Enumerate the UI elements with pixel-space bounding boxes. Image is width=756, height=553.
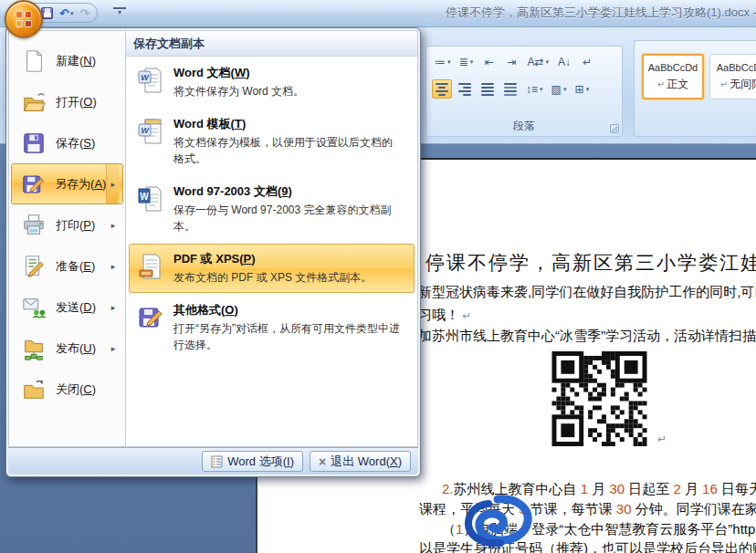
paragraph-dialog-launcher[interactable]: ◿ [610,124,619,133]
align-center-icon [436,83,448,96]
save-as-submenu: 保存文档副本 W Word 文档(W) 将文件保存为 Word 文档。 W Wo… [126,31,417,446]
document-line: 习哦！↵ [418,307,471,324]
distribute-button[interactable] [500,79,520,99]
submenu-item-word-template[interactable]: W Word 模板(T) 将文档保存为模板，以便用于设置以后文档的格式。 [129,109,415,174]
decrease-indent-button[interactable]: ⇤ [479,52,499,71]
customize-qat-button[interactable]: ▾ [113,7,126,16]
menu-item-label: 发送(D) [56,299,96,316]
submenu-header: 保存文档副本 [126,31,417,57]
exit-word-label: 退出 Word(X) [331,454,402,470]
submenu-item-other-formats[interactable]: 其他格式(O) 打开“另存为”对话框，从所有可用文件类型中进行选择。 [129,295,415,360]
submenu-arrow-icon: ▸ [108,303,119,312]
menu-item-save-as[interactable]: 另存为(A) ▸ [11,163,123,204]
menu-item-close[interactable]: 关闭(C) [11,369,123,410]
open-folder-icon [21,89,47,115]
pdf-xps-icon [137,253,164,280]
menu-item-send[interactable]: 发送(D) ▸ [11,287,123,328]
multilevel-list-button[interactable]: ≣▾ [457,52,477,71]
menu-item-prepare[interactable]: 准备(E) ▸ [11,245,123,287]
menu-item-label: 新建(N) [56,53,96,69]
style-no-spacing[interactable]: AaBbCcDd ↵无间隔 [709,54,756,99]
style-sample: AaBbCcDd [717,62,756,73]
word-template-icon: W [137,118,164,145]
other-formats-icon [137,304,164,331]
submenu-item-word-97-2003[interactable]: W Word 97-2003 文档(9) 保存一份与 Word 97-2003 … [129,176,415,242]
paragraph-group: ≔▾ ≣▾ ⇤ ⇥ A⇄▾ A↓ ↵ ↕≡▾ ▨▾ ⊞▾ 段落 ◿ [425,46,623,137]
word-options-button[interactable]: Word 选项(I) [202,451,303,472]
submenu-item-desc: 将文档保存为模板，以便用于设置以后文档的格式。 [173,135,402,167]
document-heading: 停课不停学，高新区第三小学娄江娃线上学 [425,250,756,276]
office-button[interactable] [5,0,43,38]
paragraph-mark-icon: ↵ [657,433,667,445]
menu-item-publish[interactable]: 发布(U) ▸ [11,328,123,369]
menu-item-open[interactable]: 打开(O) [11,81,123,122]
borders-icon: ⊞ [575,83,584,96]
printer-icon [21,213,47,238]
menu-item-label: 关闭(C) [56,381,96,398]
menu-item-label: 打印(P) [56,217,95,234]
menu-item-label: 保存(S) [56,135,95,151]
word-document-icon: W [137,67,164,94]
chevron-down-icon: ▾ [447,58,451,66]
style-sample: AaBbCcDd [648,62,698,73]
show-marks-button[interactable]: ↵ [577,52,597,71]
asian-layout-button[interactable]: A⇄▾ [525,52,552,71]
style-name: ↵正文 [657,77,688,92]
submenu-item-title: Word 97-2003 文档(9) [173,183,402,200]
exit-word-button[interactable]: × 退出 Word(X) [310,451,411,472]
menu-item-save[interactable]: 保存(S) [11,122,123,163]
save-icon [21,130,47,156]
submenu-item-desc: 将文件保存为 Word 文档。 [173,84,304,99]
submenu-item-word-document[interactable]: W Word 文档(W) 将文件保存为 Word 文档。 [129,57,415,107]
chevron-down-icon: ▾ [546,58,550,66]
sort-button[interactable]: A↓ [554,52,574,71]
align-center-button[interactable] [432,79,452,99]
chevron-down-icon: ▾ [563,86,567,93]
line-spacing-icon: ↕≡ [526,83,538,96]
menu-item-new[interactable]: 新建(N) [11,40,123,81]
word-options-icon [211,455,223,468]
numbered-list-button[interactable]: ≔▾ [432,52,454,71]
submenu-item-desc: 保存一份与 Word 97-2003 完全兼容的文档副本。 [173,203,402,235]
menu-item-label: 准备(E) [56,258,95,275]
send-icon [21,295,47,320]
submenu-item-title: Word 文档(W) [173,65,304,81]
publish-icon [21,336,47,361]
asian-layout-icon: A⇄ [528,56,544,68]
office-logo-icon [16,11,32,27]
align-right-button[interactable] [455,79,475,99]
shading-button[interactable]: ▨▾ [549,79,570,99]
styles-gallery: AaBbCcDd ↵正文 AaBbCcDd ↵无间隔 [634,40,756,137]
word-options-label: Word 选项(I) [227,454,294,470]
redo-button[interactable]: ↷ [79,7,89,19]
submenu-item-title: 其他格式(O) [173,302,402,318]
paragraph-mark-icon: ↵ [462,309,471,322]
save-as-icon [21,172,46,197]
document-line: 新型冠状病毒来袭,同学们在做好自我防护工作的同时,可以 [418,284,756,301]
justify-button[interactable] [478,79,498,99]
submenu-item-pdf-xps[interactable]: PDF 或 XPS(P) 发布文档的 PDF 或 XPS 文件格式副本。 [129,244,415,293]
increase-indent-button[interactable]: ⇥ [502,52,522,71]
submenu-item-desc: 发布文档的 PDF 或 XPS 文件格式副本。 [173,270,372,286]
submenu-item-title: PDF 或 XPS(P) [173,251,372,267]
redo-icon: ↷ [79,7,89,19]
line-spacing-button[interactable]: ↕≡▾ [523,79,546,99]
title-bar: 停课不停学，高新区第三小学娄江娃线上学习攻略(1).docx - Micr ↶▾… [0,0,756,27]
prepare-icon [21,254,47,279]
close-folder-icon [21,377,47,402]
menu-item-label: 发布(U) [56,340,96,357]
style-normal[interactable]: AaBbCcDd ↵正文 [642,54,704,99]
office-menu-left-column: 新建(N) 打开(O) 保存(S) 另存为(A) ▸ 打印( [9,31,126,446]
align-right-icon [458,83,471,96]
word-97-2003-icon: W [137,185,164,213]
submenu-arrow-icon: ▸ [106,164,119,203]
menu-item-print[interactable]: 打印(P) ▸ [11,204,123,245]
borders-button[interactable]: ⊞▾ [572,79,592,99]
paragraph-mark-icon: ↵ [657,79,665,89]
window-title: 停课不停学，高新区第三小学娄江娃线上学习攻略(1).docx - Micr [446,5,756,21]
undo-button[interactable]: ↶▾ [59,7,73,19]
decrease-indent-icon: ⇤ [484,56,493,68]
chevron-down-icon: ▾ [540,86,543,93]
office-menu-footer: Word 选项(I) × 退出 Word(X) [8,447,418,475]
qr-code [548,348,651,450]
